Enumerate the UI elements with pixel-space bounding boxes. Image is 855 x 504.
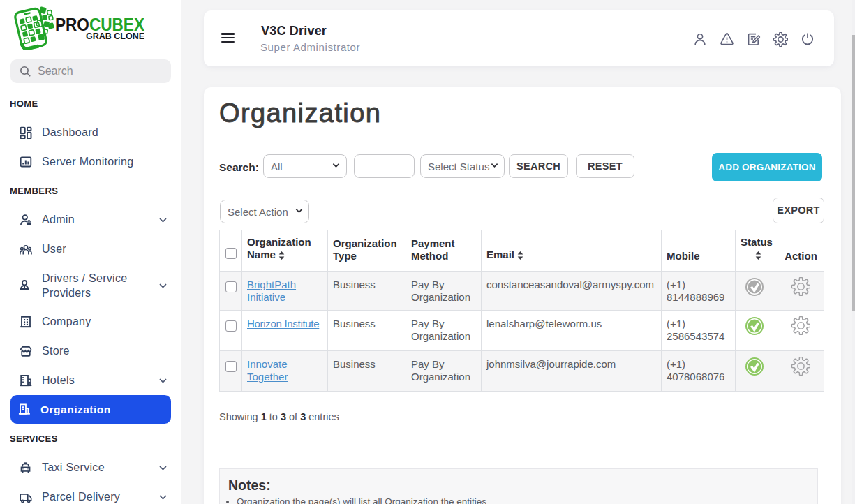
svg-text:GRAB CLONE: GRAB CLONE: [86, 31, 144, 41]
